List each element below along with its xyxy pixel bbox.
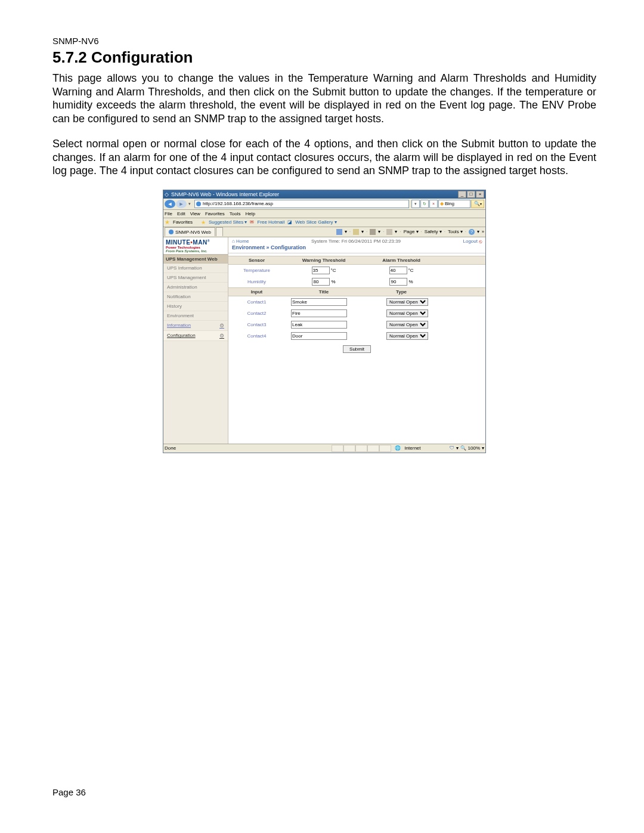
- input-name: Contact1: [228, 299, 285, 305]
- status-cell: [355, 445, 367, 452]
- contact2-title-input[interactable]: [291, 309, 347, 317]
- cmd-tools[interactable]: Tools ▾: [448, 229, 463, 234]
- sidebar-item-history[interactable]: History: [163, 302, 228, 311]
- stop-icon[interactable]: ×: [429, 200, 438, 208]
- input-row-contact2: Contact2 Normal Open: [228, 308, 485, 319]
- home-icon[interactable]: [336, 229, 342, 235]
- humidity-warn-input[interactable]: [312, 278, 330, 286]
- contact1-type-select[interactable]: Normal Open: [386, 298, 428, 306]
- feeds-icon[interactable]: [353, 229, 359, 235]
- favorites-star-icon[interactable]: ★: [165, 219, 170, 225]
- new-tab-button[interactable]: [216, 227, 223, 236]
- sidebar-item-information[interactable]: Information ⚙: [163, 321, 228, 331]
- sidebar-item-ups-mgmt[interactable]: UPS Management: [163, 273, 228, 283]
- mail-icon[interactable]: [370, 229, 376, 235]
- unit-label: %: [331, 279, 335, 284]
- logout-icon: ⎋: [479, 239, 482, 244]
- sensor-name: Humidity: [228, 279, 285, 284]
- ie-app-icon: ◇: [165, 191, 169, 197]
- contact2-type-select[interactable]: Normal Open: [386, 309, 428, 317]
- globe-icon: [196, 202, 201, 206]
- contact1-title-input[interactable]: [291, 298, 347, 306]
- sensor-header-col3: Alarm Threshold: [363, 258, 440, 263]
- temperature-warn-input[interactable]: [312, 267, 330, 274]
- contact4-title-input[interactable]: [291, 332, 347, 340]
- home-icon-small: ⌂: [232, 239, 235, 244]
- browser-tab[interactable]: SNMP-NV6 Web: [165, 227, 215, 236]
- page-body: MINUTE•MAN® Power Technologies From Para…: [163, 237, 485, 444]
- zoom-icon[interactable]: 🔍: [460, 445, 466, 451]
- submit-button[interactable]: Submit: [343, 345, 371, 353]
- fav-link-webslice[interactable]: Web Slice Gallery ▾: [295, 219, 337, 225]
- forward-button[interactable]: ►: [176, 200, 187, 208]
- sidebar-item-admin[interactable]: Administration: [163, 283, 228, 292]
- menu-file[interactable]: File: [165, 211, 172, 216]
- fav-link-suggested[interactable]: Suggested Sites ▾: [209, 219, 247, 225]
- fav-link-hotmail[interactable]: Free Hotmail: [257, 219, 284, 225]
- sidebar-item-ups-info[interactable]: UPS Information: [163, 264, 228, 273]
- sidebar-item-label: Information: [167, 323, 191, 329]
- menu-help[interactable]: Help: [245, 211, 255, 216]
- ie-command-bar: ▾ · ▾ · ▾ · ▾ · Page ▾ · Safety ▾ · Tool…: [336, 229, 484, 235]
- paragraph-1: This page allows you to change the value…: [52, 72, 596, 125]
- minimize-button[interactable]: _: [458, 191, 466, 198]
- nav-dropdown-icon[interactable]: ▾: [188, 202, 191, 206]
- maximize-button[interactable]: □: [467, 191, 475, 198]
- input-header-col3: Type: [363, 289, 440, 295]
- status-cell: [379, 445, 391, 452]
- home-label: Home: [236, 239, 249, 244]
- input-name: Contact3: [228, 322, 285, 327]
- address-bar[interactable]: http://192.168.168.236/frame.asp: [194, 200, 409, 208]
- system-time: System Time: Fri 06/24/2011 PM 02:23:39: [311, 239, 401, 244]
- input-header-col1: Input: [228, 289, 285, 295]
- status-cell: [332, 445, 343, 452]
- contact3-type-select[interactable]: Normal Open: [386, 321, 428, 329]
- sidebar-item-notify[interactable]: Notification: [163, 292, 228, 302]
- menu-edit[interactable]: Edit: [177, 211, 185, 216]
- input-row-contact4: Contact4 Normal Open: [228, 330, 485, 342]
- zone-icon: 🌐: [395, 445, 401, 451]
- logout-link[interactable]: Logout ⎋: [463, 239, 482, 244]
- cmd-safety[interactable]: Safety ▾: [425, 229, 442, 234]
- sensor-header-row: Sensor Warning Threshold Alarm Threshold: [228, 256, 485, 265]
- logo: MINUTE•MAN® Power Technologies From Para…: [163, 237, 228, 255]
- status-cell: [367, 445, 379, 452]
- humidity-alarm-input[interactable]: [389, 278, 407, 286]
- temperature-alarm-input[interactable]: [389, 267, 407, 274]
- refresh-icon[interactable]: ↻: [420, 200, 429, 208]
- menu-view[interactable]: View: [190, 211, 200, 216]
- input-header-col2: Title: [285, 289, 363, 295]
- menu-favorites[interactable]: Favorites: [205, 211, 225, 216]
- sidebar-item-environment[interactable]: Environment: [163, 311, 228, 321]
- contact4-type-select[interactable]: Normal Open: [386, 332, 428, 340]
- addr-dropdown-icon[interactable]: ▾: [411, 200, 420, 208]
- favorites-label[interactable]: Favorites: [173, 219, 193, 225]
- gear-icon: ⚙: [219, 323, 224, 329]
- input-name: Contact4: [228, 333, 285, 339]
- ie-titlebar: ◇ SNMP-NV6 Web - Windows Internet Explor…: [163, 190, 485, 199]
- back-button[interactable]: ◄: [165, 200, 175, 208]
- sidebar-item-configuration[interactable]: Configuration ⚙: [163, 331, 228, 341]
- logo-main: MINUTE•MAN®: [166, 239, 225, 246]
- logout-label: Logout: [463, 239, 478, 244]
- ie-nav-row: ◄ ► ▾ http://192.168.168.236/frame.asp ▾…: [163, 199, 485, 210]
- home-link[interactable]: ⌂ Home: [232, 239, 249, 244]
- status-zone: Internet: [404, 445, 420, 451]
- status-zoom: 100%: [468, 445, 480, 451]
- sensor-row-temperature: Temperature °C °C: [228, 265, 485, 276]
- search-button[interactable]: 🔍▾: [471, 200, 484, 208]
- contact3-title-input[interactable]: [291, 321, 347, 329]
- sidebar-header: UPS Management Web: [163, 255, 228, 264]
- menu-tools[interactable]: Tools: [230, 211, 241, 216]
- help-icon[interactable]: ?: [469, 229, 475, 235]
- hotmail-icon: ✉: [250, 219, 254, 225]
- ie-menubar: File Edit View Favorites Tools Help: [163, 210, 485, 218]
- protected-mode-icon[interactable]: 🛡: [450, 445, 454, 451]
- search-box[interactable]: ◆ Bing: [438, 200, 470, 208]
- close-button[interactable]: ×: [476, 191, 484, 198]
- print-icon[interactable]: [386, 229, 392, 235]
- status-cell: [343, 445, 355, 452]
- search-provider-label: Bing: [445, 201, 454, 206]
- cmd-page[interactable]: Page ▾: [404, 229, 419, 234]
- tab-title: SNMP-NV6 Web: [175, 230, 211, 235]
